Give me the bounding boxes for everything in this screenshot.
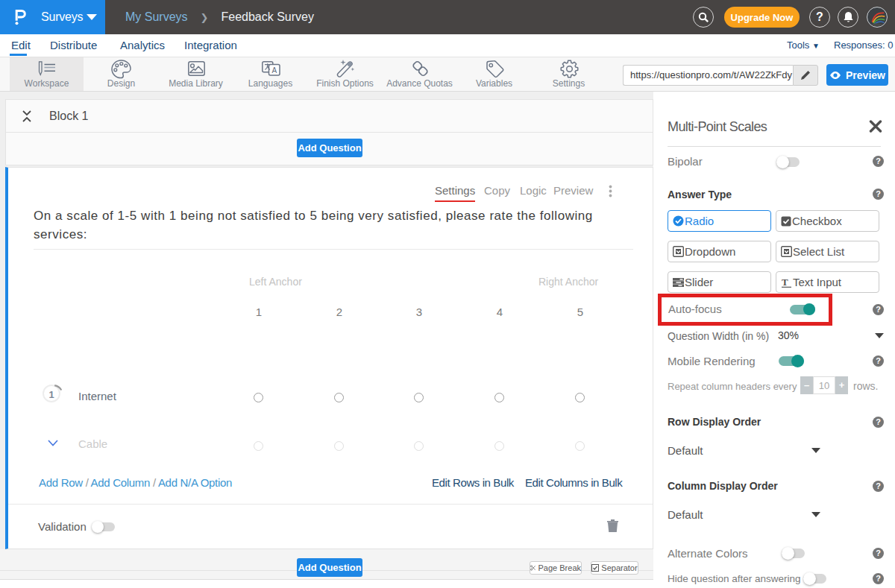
svg-text:A: A [272, 66, 277, 75]
svg-text:T: T [782, 276, 788, 288]
